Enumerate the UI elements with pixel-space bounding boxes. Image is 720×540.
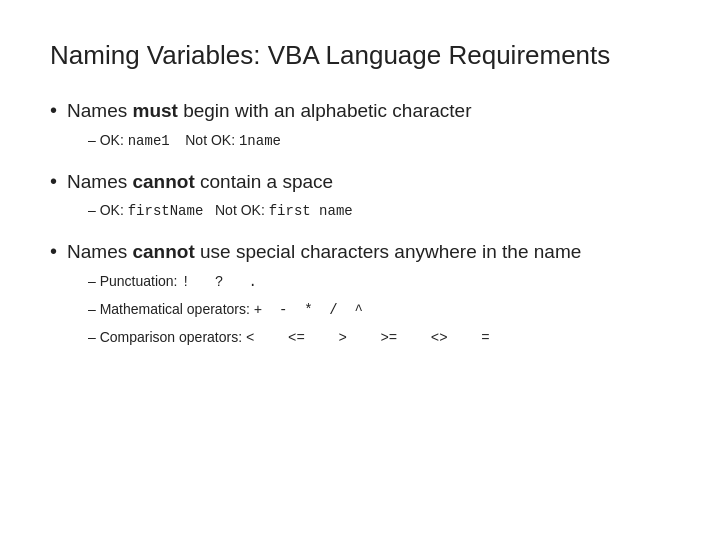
notok-example-2: first name — [269, 203, 353, 219]
bullet-item-3: • Names cannot use special characters an… — [50, 240, 670, 349]
bullet-text-3: Names cannot use special characters anyw… — [67, 240, 581, 265]
bullet-text-1: Names must begin with an alphabetic char… — [67, 99, 472, 124]
bullet-text-2: Names cannot contain a space — [67, 170, 333, 195]
bullet-item-2: • Names cannot contain a space – OK: fir… — [50, 170, 670, 223]
content-area: • Names must begin with an alphabetic ch… — [50, 99, 670, 349]
bullet-dot-3: • — [50, 241, 57, 261]
keyword-cannot-2: cannot — [132, 241, 194, 262]
ok-example-2: firstName — [128, 203, 204, 219]
bullet-main-3: • Names cannot use special characters an… — [50, 240, 670, 265]
bullet-main-2: • Names cannot contain a space — [50, 170, 670, 195]
punctuation-chars: ! ? . — [181, 274, 257, 290]
comparison-operators: < <= > >= <> = — [246, 330, 490, 346]
bullet-item-1: • Names must begin with an alphabetic ch… — [50, 99, 670, 152]
bullet-dot-2: • — [50, 171, 57, 191]
sub-bullet-1-1: – OK: name1 Not OK: 1name — [88, 130, 670, 152]
sub-bullet-3-3: – Comparison operators: < <= > >= <> = — [88, 327, 670, 349]
sub-bullet-3-1: – Punctuation: ! ? . — [88, 271, 670, 293]
ok-example-1: name1 — [128, 133, 170, 149]
math-operators: + - * / ^ — [254, 302, 363, 318]
sub-bullet-2-1: – OK: firstName Not OK: first name — [88, 200, 670, 222]
keyword-cannot-1: cannot — [132, 171, 194, 192]
keyword-must: must — [132, 100, 177, 121]
sub-bullet-3-2: – Mathematical operators: + - * / ^ — [88, 299, 670, 321]
notok-example-1: 1name — [239, 133, 281, 149]
bullet-main-1: • Names must begin with an alphabetic ch… — [50, 99, 670, 124]
slide-title: Naming Variables: VBA Language Requireme… — [50, 40, 670, 71]
slide: Naming Variables: VBA Language Requireme… — [0, 0, 720, 540]
bullet-dot-1: • — [50, 100, 57, 120]
